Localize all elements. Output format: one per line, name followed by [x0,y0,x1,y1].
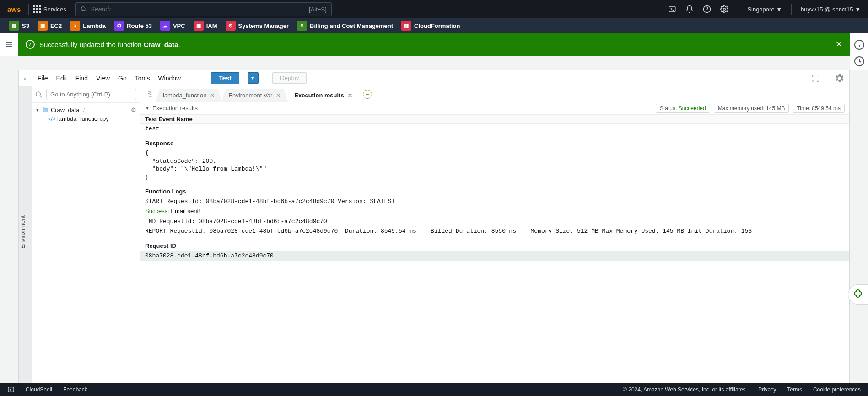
aws-logo[interactable]: aws [7,5,21,13]
global-search[interactable]: [Alt+S] [75,2,332,16]
svc-cfn[interactable]: ▦CloudFormation [401,21,460,31]
status-badge: Status: Succeeded [656,104,710,113]
close-icon[interactable]: ✕ [276,92,280,99]
tree-root[interactable]: ▼ Craw_data / ⚙ [35,106,136,114]
tab-collapse-icon[interactable]: ⎘ [144,88,156,100]
help-icon[interactable] [703,5,711,13]
ide-menubar: ▴ File Edit Find View Go Tools Window Te… [19,70,849,86]
svc-vpc[interactable]: ☁VPC [160,21,185,31]
console-footer: CloudShell Feedback © 2024, Amazon Web S… [0,383,868,396]
deploy-button: Deploy [272,72,307,84]
svc-ssm[interactable]: ⚙Systems Manager [226,21,289,31]
tree-file[interactable]: </> lambda_function.py [35,114,136,123]
tab-execution-results[interactable]: Execution results✕ [287,89,359,102]
svc-ec2[interactable]: ▦EC2 [38,21,62,31]
cloudshell-icon[interactable] [7,386,15,393]
success-banner: ✓ Successfully updated the function Craw… [18,33,850,56]
chevron-down-icon[interactable]: ▼ [145,106,150,111]
chevron-down-icon: ▼ [35,107,40,112]
logs-heading: Function Logs [140,187,849,197]
request-id-value: 08ba7028-cde1-48bf-bd6b-a7c2c48d9c70 [140,251,849,261]
editor-tabs: ⎘ lambda_function✕ Environment Var✕ Exec… [140,86,849,102]
services-label: Services [43,6,66,13]
top-nav: aws Services [Alt+S] Singapore ▼ huyvv15… [0,0,868,18]
svg-point-12 [36,92,40,96]
assistant-widget[interactable] [848,284,868,305]
tree-gear-icon[interactable]: ⚙ [131,107,136,113]
log-line: START RequestId: 08ba7028-cde1-48bf-bd6b… [140,197,849,207]
close-icon[interactable]: ✕ [348,92,352,99]
svg-point-0 [81,7,85,11]
banner-message: Successfully updated the function Craw_d… [39,41,180,48]
menu-find[interactable]: Find [75,75,88,82]
collapse-up-icon[interactable]: ▴ [23,75,27,82]
svc-s3[interactable]: ▦S3 [9,21,29,31]
log-line: Success: Email sent! [140,206,849,217]
folder-label: Craw_data [51,107,80,113]
environment-rail[interactable]: Environment [19,86,32,396]
execution-results-content[interactable]: Test Event Name test Response { "statusC… [140,115,849,396]
search-input[interactable] [91,5,305,13]
test-event-heading: Test Event Name [140,115,849,124]
grid-icon [33,5,41,13]
svc-route53[interactable]: ✪Route 53 [114,21,152,31]
tab-env-vars[interactable]: Environment Var✕ [221,89,287,102]
code-editor-panel: ▴ File Edit Find View Go Tools Window Te… [18,70,850,396]
side-drawer-toggle[interactable] [0,33,18,56]
search-hint: [Alt+S] [309,6,327,13]
file-label: lambda_function.py [57,115,109,122]
log-line: END RequestId: 08ba7028-cde1-48bf-bd6b-a… [140,217,849,227]
fullscreen-icon[interactable] [812,74,820,82]
menu-view[interactable]: View [96,75,110,82]
activity-icon[interactable] [854,56,865,67]
assistant-icon [852,289,863,300]
banner-close-button[interactable]: ✕ [836,39,842,49]
user-menu[interactable]: huyvv15 @ sonct15 ▼ [801,6,861,13]
right-rail [850,33,868,70]
menu-window[interactable]: Window [158,75,181,82]
test-event-value: test [140,124,849,134]
menu-edit[interactable]: Edit [56,75,67,82]
info-icon[interactable] [854,39,865,50]
service-shortcuts-bar: ▦S3 ▦EC2 λLambda ✪Route 53 ☁VPC ▦IAM ⚙Sy… [0,18,868,33]
ide-settings-icon[interactable] [834,73,845,84]
cloudshell-link[interactable]: CloudShell [26,386,52,393]
search-icon [81,6,87,12]
search-icon [35,91,43,98]
svc-billing[interactable]: $Billing and Cost Management [297,21,393,31]
menu-file[interactable]: File [38,75,48,82]
request-id-heading: Request ID [140,241,849,251]
goto-anything-input[interactable] [46,89,136,100]
menu-tools[interactable]: Tools [135,75,150,82]
svc-lambda[interactable]: λLambda [70,21,106,31]
svg-line-13 [40,96,42,97]
feedback-link[interactable]: Feedback [63,386,87,393]
file-sidebar: ▼ Craw_data / ⚙ </> lambda_function.py [32,86,140,396]
python-file-icon: </> [48,116,55,122]
terms-link[interactable]: Terms [787,386,802,393]
close-icon[interactable]: ✕ [210,92,215,99]
log-line: REPORT RequestId: 08ba7028-cde1-48bf-bd6… [140,226,849,236]
cookie-prefs-link[interactable]: Cookie preferences [813,386,861,393]
svg-line-1 [84,10,86,12]
response-heading: Response [140,139,849,149]
bell-icon[interactable] [685,5,694,13]
privacy-link[interactable]: Privacy [758,386,776,393]
hamburger-icon [5,40,13,48]
tab-lambda-function[interactable]: lambda_function✕ [156,89,221,102]
region-selector[interactable]: Singapore ▼ [747,6,782,13]
svc-iam[interactable]: ▦IAM [194,21,217,31]
cloudshell-icon[interactable] [668,5,676,13]
response-body: { "statusCode": 200, "body": "\"Hello fr… [140,148,849,182]
check-circle-icon: ✓ [26,40,35,49]
test-button[interactable]: Test [211,72,239,84]
services-button[interactable]: Services [33,5,66,13]
add-tab-button[interactable]: + [363,90,372,99]
copyright-text: © 2024, Amazon Web Services, Inc. or its… [623,386,747,393]
gear-icon[interactable] [720,5,728,13]
test-dropdown-button[interactable]: ▾ [248,72,259,84]
svg-point-4 [723,8,726,11]
menu-go[interactable]: Go [118,75,127,82]
editor-area: ⎘ lambda_function✕ Environment Var✕ Exec… [140,86,849,396]
folder-icon [42,107,49,113]
